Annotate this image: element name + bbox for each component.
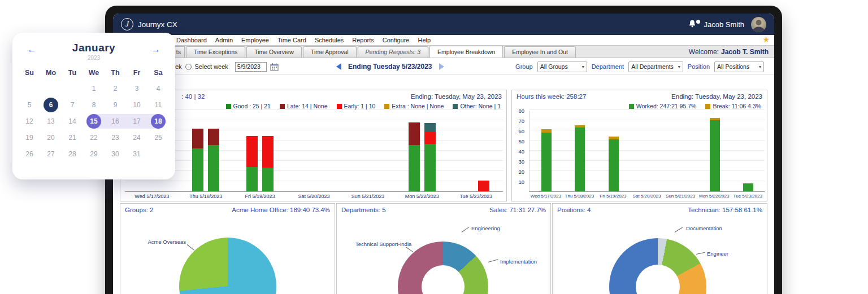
calendar-day-header-su: Su xyxy=(19,65,40,80)
departments-donut-chart xyxy=(398,242,488,294)
menu-item-schedules[interactable]: Schedules xyxy=(315,37,344,43)
bar-segment-other xyxy=(424,123,436,132)
next-week-arrow[interactable] xyxy=(439,63,444,70)
tab-employee-in-and-out[interactable]: Employee In and Out xyxy=(504,46,576,58)
bar-segment-early xyxy=(424,132,436,144)
calendar-day-10[interactable]: 10 xyxy=(126,96,147,113)
gridline xyxy=(125,140,503,141)
previous-week-arrow[interactable] xyxy=(336,63,341,70)
calendar-day-4[interactable]: 4 xyxy=(147,80,169,96)
bar-segment-early xyxy=(262,136,274,168)
select-week-radio[interactable] xyxy=(185,64,192,70)
calendar-day-31[interactable]: 31 xyxy=(126,146,147,162)
stage: J Journyx CX Jacob Smith ★ DashboardAdmi… xyxy=(0,0,868,294)
calendar-day-26[interactable]: 26 xyxy=(19,146,40,162)
calendar-day-1[interactable]: 1 xyxy=(83,80,105,96)
group-filter-select[interactable]: All Groups▾ xyxy=(537,62,587,72)
gridline xyxy=(125,150,503,151)
favorites-star-icon[interactable]: ★ xyxy=(762,35,770,44)
calendar-day-3[interactable]: 3 xyxy=(126,80,147,96)
bar-segment-early xyxy=(478,181,489,191)
calendar-day-20[interactable]: 20 xyxy=(40,129,62,146)
hours-chart-panel: Hours this week: 258:27 Ending: Tuesday,… xyxy=(511,90,767,201)
tab-time-exceptions[interactable]: Time Exceptions xyxy=(186,46,245,58)
calendar-day-header-sa: Sa xyxy=(147,65,169,80)
calendar-day-24[interactable]: 24 xyxy=(126,129,147,146)
calendar-day-2[interactable]: 2 xyxy=(105,80,126,96)
calendar-day-13[interactable]: 13 xyxy=(40,113,62,129)
calendar-month: January xyxy=(72,42,115,54)
bar-segment-good xyxy=(246,167,258,191)
calendar-day-header-fr: Fr xyxy=(126,65,147,80)
calendar-day-23[interactable]: 23 xyxy=(105,129,126,146)
y-axis-label: 50 xyxy=(518,138,524,144)
menu-item-configure[interactable]: Configure xyxy=(383,37,410,43)
callout-line xyxy=(675,227,683,232)
calendar-day-7[interactable]: 7 xyxy=(62,96,83,113)
journyx-logo-icon: J xyxy=(121,18,133,30)
calendar-day-28[interactable]: 28 xyxy=(62,146,83,162)
bar-segment-break xyxy=(541,129,552,132)
calendar-prev-arrow[interactable]: ← xyxy=(27,44,37,55)
bar-segment-early xyxy=(246,136,258,167)
callout-line xyxy=(488,259,498,262)
calendar-day-18[interactable]: 18 xyxy=(147,113,169,129)
tab-time-approval[interactable]: Time Approval xyxy=(303,46,357,58)
positions-pie-panel: Positions: 4 Technician: 157:58 61.1% Do… xyxy=(552,203,767,294)
department-filter-select[interactable]: All Departments▾ xyxy=(628,62,683,72)
tab-employee-breakdown[interactable]: Employee Breakdown xyxy=(429,46,503,58)
calendar-day-14[interactable]: 14 xyxy=(62,113,83,129)
menu-item-time-card[interactable]: Time Card xyxy=(277,37,306,43)
attendance-title: : 40 | 32 xyxy=(181,93,205,100)
calendar-day-12[interactable]: 12 xyxy=(19,113,40,129)
calendar-day-6[interactable]: 6 xyxy=(40,96,62,113)
calendar-day-8[interactable]: 8 xyxy=(83,96,105,113)
gridline xyxy=(530,120,765,120)
hours-y-axis: 1020304050607080 xyxy=(512,111,527,192)
calendar-day-21[interactable]: 21 xyxy=(62,129,83,146)
gridline xyxy=(125,120,503,120)
menu-item-employee[interactable]: Employee xyxy=(241,37,269,43)
x-axis-label: Mon 5/22/2023 xyxy=(395,194,449,199)
gridline xyxy=(530,170,765,171)
bar-segment-good xyxy=(424,144,436,191)
menu-item-dashboard[interactable]: Dashboard xyxy=(176,37,207,43)
groups-pie-chart xyxy=(179,238,276,294)
legend-item: Worked: 247:21 95.7% xyxy=(629,103,697,109)
calendar-day-16[interactable]: 16 xyxy=(105,113,126,129)
bar-segment-break xyxy=(710,118,720,120)
calendar-day-15[interactable]: 15 xyxy=(83,113,105,129)
x-axis-label: Thu 5/18/2023 xyxy=(563,194,597,199)
week-date-input[interactable]: 5/9/2023 xyxy=(235,62,267,72)
calendar-day-11[interactable]: 11 xyxy=(147,96,169,113)
calendar-day-29[interactable]: 29 xyxy=(83,146,105,162)
position-filter-select[interactable]: All Positions▾ xyxy=(714,62,764,72)
groups-pie-panel: Groups: 2 Acme Home Office: 189:40 73.4%… xyxy=(120,203,335,294)
tab-pending-requests-3[interactable]: Pending Requests: 3 xyxy=(358,46,428,58)
calendar-next-arrow[interactable]: → xyxy=(151,44,160,55)
gridline xyxy=(530,160,765,161)
calendar-year: 2023 xyxy=(72,55,115,61)
user-name: Jacob Smith xyxy=(704,20,744,29)
menu-item-reports[interactable]: Reports xyxy=(352,37,374,43)
calendar-picker-icon[interactable] xyxy=(270,63,279,71)
calendar-day-25[interactable]: 25 xyxy=(147,129,169,146)
x-axis-label: Fri 5/19/2023 xyxy=(233,194,287,199)
calendar-day-9[interactable]: 9 xyxy=(105,96,126,113)
bar-segment-worked xyxy=(575,128,585,191)
calendar-popup: ← January 2023 → SuMoTuWeThFrSa123456789… xyxy=(12,33,175,179)
menu-item-admin[interactable]: Admin xyxy=(215,37,233,43)
avatar[interactable] xyxy=(751,17,766,32)
bell-icon[interactable] xyxy=(688,19,698,29)
tab-time-overview[interactable]: Time Overview xyxy=(246,46,302,58)
select-week-label: Select week xyxy=(195,63,228,70)
bar-segment-late xyxy=(192,129,203,148)
x-axis-label: Wed 5/17/2023 xyxy=(529,194,563,199)
calendar-day-5[interactable]: 5 xyxy=(19,96,40,113)
calendar-day-27[interactable]: 27 xyxy=(40,146,62,162)
menu-item-help[interactable]: Help xyxy=(418,37,431,43)
calendar-day-22[interactable]: 22 xyxy=(83,129,105,146)
calendar-day-17[interactable]: 17 xyxy=(126,113,147,129)
calendar-day-19[interactable]: 19 xyxy=(19,129,40,146)
calendar-day-30[interactable]: 30 xyxy=(105,146,126,162)
